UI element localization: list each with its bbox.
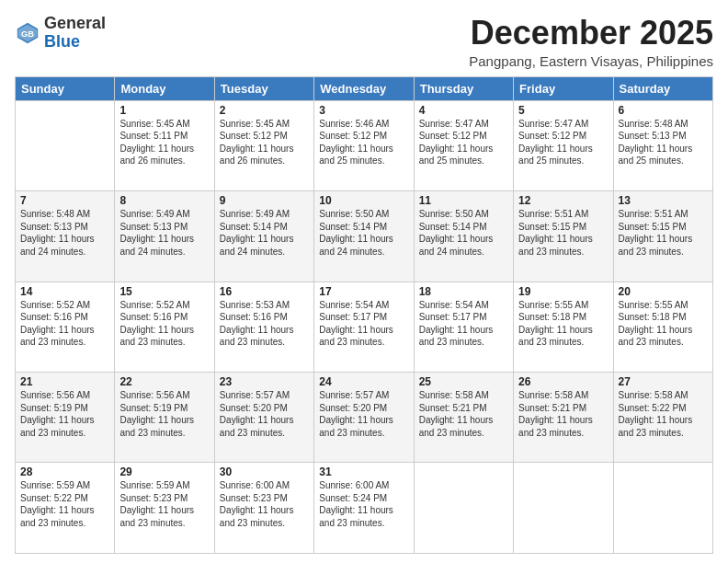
svg-text:GB: GB [21, 29, 34, 39]
table-row: 29 Sunrise: 5:59 AMSunset: 5:23 PMDaylig… [115, 463, 214, 554]
day-number: 7 [20, 194, 109, 207]
header-friday: Friday [514, 76, 613, 100]
day-number: 4 [419, 104, 508, 117]
table-row: 3 Sunrise: 5:46 AMSunset: 5:12 PMDayligh… [314, 100, 414, 190]
logo-text: General Blue [44, 15, 106, 52]
table-row: 18 Sunrise: 5:54 AMSunset: 5:17 PMDaylig… [414, 282, 513, 372]
day-number: 1 [119, 104, 209, 117]
table-row: 21 Sunrise: 5:56 AMSunset: 5:19 PMDaylig… [16, 373, 115, 463]
table-row [414, 463, 513, 554]
day-info: Sunrise: 5:49 AMSunset: 5:13 PMDaylight:… [119, 208, 209, 258]
logo: GB General Blue [15, 15, 106, 52]
calendar-week-4: 21 Sunrise: 5:56 AMSunset: 5:19 PMDaylig… [16, 373, 713, 463]
table-row: 22 Sunrise: 5:56 AMSunset: 5:19 PMDaylig… [115, 373, 214, 463]
table-row [613, 463, 712, 554]
day-info: Sunrise: 5:53 AMSunset: 5:16 PMDaylight:… [220, 299, 309, 349]
header-wednesday: Wednesday [314, 76, 414, 100]
day-info: Sunrise: 5:47 AMSunset: 5:12 PMDaylight:… [518, 118, 608, 167]
table-row: 27 Sunrise: 5:58 AMSunset: 5:22 PMDaylig… [613, 373, 712, 463]
day-number: 17 [319, 285, 408, 298]
title-block: December 2025 Pangpang, Eastern Visayas,… [469, 15, 713, 69]
day-number: 13 [619, 194, 708, 207]
header-sunday: Sunday [16, 76, 115, 100]
day-number: 22 [119, 375, 209, 388]
header-saturday: Saturday [613, 76, 712, 100]
table-row: 26 Sunrise: 5:58 AMSunset: 5:21 PMDaylig… [514, 373, 613, 463]
day-info: Sunrise: 6:00 AMSunset: 5:24 PMDaylight:… [319, 479, 408, 529]
table-row: 1 Sunrise: 5:45 AMSunset: 5:11 PMDayligh… [115, 100, 214, 190]
day-number: 8 [119, 194, 209, 207]
day-number: 24 [319, 375, 408, 388]
day-info: Sunrise: 5:56 AMSunset: 5:19 PMDaylight:… [119, 389, 209, 439]
day-info: Sunrise: 5:54 AMSunset: 5:17 PMDaylight:… [319, 299, 408, 349]
table-row: 4 Sunrise: 5:47 AMSunset: 5:12 PMDayligh… [414, 100, 513, 190]
calendar-week-5: 28 Sunrise: 5:59 AMSunset: 5:22 PMDaylig… [16, 463, 713, 554]
table-row: 20 Sunrise: 5:55 AMSunset: 5:18 PMDaylig… [613, 282, 712, 372]
calendar-week-2: 7 Sunrise: 5:48 AMSunset: 5:13 PMDayligh… [16, 191, 713, 282]
table-row: 14 Sunrise: 5:52 AMSunset: 5:16 PMDaylig… [16, 282, 115, 372]
day-info: Sunrise: 5:45 AMSunset: 5:12 PMDaylight:… [220, 118, 309, 167]
day-info: Sunrise: 5:47 AMSunset: 5:12 PMDaylight:… [419, 118, 508, 167]
logo-general: General [44, 14, 106, 32]
table-row: 2 Sunrise: 5:45 AMSunset: 5:12 PMDayligh… [214, 100, 313, 190]
calendar-header-row: Sunday Monday Tuesday Wednesday Thursday… [16, 76, 713, 100]
day-number: 31 [319, 465, 408, 478]
table-row: 25 Sunrise: 5:58 AMSunset: 5:21 PMDaylig… [414, 373, 513, 463]
day-info: Sunrise: 5:49 AMSunset: 5:14 PMDaylight:… [220, 208, 309, 258]
calendar-table: Sunday Monday Tuesday Wednesday Thursday… [15, 76, 713, 554]
logo-icon: GB [15, 20, 40, 46]
table-row: 5 Sunrise: 5:47 AMSunset: 5:12 PMDayligh… [514, 100, 613, 190]
day-number: 20 [619, 285, 708, 298]
day-number: 9 [220, 194, 309, 207]
table-row: 11 Sunrise: 5:50 AMSunset: 5:14 PMDaylig… [414, 191, 513, 282]
day-number: 16 [220, 285, 309, 298]
location-title: Pangpang, Eastern Visayas, Philippines [469, 53, 713, 69]
day-number: 3 [319, 104, 408, 117]
day-number: 30 [220, 465, 309, 478]
day-number: 12 [518, 194, 608, 207]
table-row: 10 Sunrise: 5:50 AMSunset: 5:14 PMDaylig… [314, 191, 414, 282]
day-number: 19 [518, 285, 608, 298]
day-info: Sunrise: 5:55 AMSunset: 5:18 PMDaylight:… [619, 299, 708, 349]
table-row: 8 Sunrise: 5:49 AMSunset: 5:13 PMDayligh… [115, 191, 214, 282]
day-info: Sunrise: 5:57 AMSunset: 5:20 PMDaylight:… [319, 389, 408, 439]
day-info: Sunrise: 5:51 AMSunset: 5:15 PMDaylight:… [619, 208, 708, 258]
table-row: 13 Sunrise: 5:51 AMSunset: 5:15 PMDaylig… [613, 191, 712, 282]
day-info: Sunrise: 5:58 AMSunset: 5:21 PMDaylight:… [419, 389, 508, 439]
day-number: 14 [20, 285, 109, 298]
day-number: 5 [518, 104, 608, 117]
day-number: 10 [319, 194, 408, 207]
table-row: 24 Sunrise: 5:57 AMSunset: 5:20 PMDaylig… [314, 373, 414, 463]
day-info: Sunrise: 5:48 AMSunset: 5:13 PMDaylight:… [20, 208, 109, 258]
day-info: Sunrise: 5:52 AMSunset: 5:16 PMDaylight:… [119, 299, 209, 349]
day-info: Sunrise: 5:57 AMSunset: 5:20 PMDaylight:… [220, 389, 309, 439]
day-info: Sunrise: 5:59 AMSunset: 5:22 PMDaylight:… [20, 479, 109, 529]
day-info: Sunrise: 5:58 AMSunset: 5:22 PMDaylight:… [619, 389, 708, 439]
day-number: 23 [220, 375, 309, 388]
table-row: 28 Sunrise: 5:59 AMSunset: 5:22 PMDaylig… [16, 463, 115, 554]
table-row: 6 Sunrise: 5:48 AMSunset: 5:13 PMDayligh… [613, 100, 712, 190]
day-number: 26 [518, 375, 608, 388]
calendar-week-3: 14 Sunrise: 5:52 AMSunset: 5:16 PMDaylig… [16, 282, 713, 372]
table-row [16, 100, 115, 190]
header-monday: Monday [115, 76, 214, 100]
month-title: December 2025 [469, 15, 713, 52]
header-thursday: Thursday [414, 76, 513, 100]
day-number: 2 [220, 104, 309, 117]
table-row: 15 Sunrise: 5:52 AMSunset: 5:16 PMDaylig… [115, 282, 214, 372]
day-info: Sunrise: 5:55 AMSunset: 5:18 PMDaylight:… [518, 299, 608, 349]
logo-blue: Blue [44, 32, 80, 51]
day-info: Sunrise: 5:54 AMSunset: 5:17 PMDaylight:… [419, 299, 508, 349]
table-row: 7 Sunrise: 5:48 AMSunset: 5:13 PMDayligh… [16, 191, 115, 282]
day-info: Sunrise: 5:50 AMSunset: 5:14 PMDaylight:… [419, 208, 508, 258]
day-info: Sunrise: 5:50 AMSunset: 5:14 PMDaylight:… [319, 208, 408, 258]
calendar-week-1: 1 Sunrise: 5:45 AMSunset: 5:11 PMDayligh… [16, 100, 713, 190]
table-row: 30 Sunrise: 6:00 AMSunset: 5:23 PMDaylig… [214, 463, 313, 554]
day-number: 27 [619, 375, 708, 388]
day-number: 18 [419, 285, 508, 298]
page-container: GB General Blue December 2025 Pangpang, … [0, 0, 728, 563]
day-info: Sunrise: 5:48 AMSunset: 5:13 PMDaylight:… [619, 118, 708, 167]
table-row: 9 Sunrise: 5:49 AMSunset: 5:14 PMDayligh… [214, 191, 313, 282]
day-info: Sunrise: 5:51 AMSunset: 5:15 PMDaylight:… [518, 208, 608, 258]
table-row: 31 Sunrise: 6:00 AMSunset: 5:24 PMDaylig… [314, 463, 414, 554]
